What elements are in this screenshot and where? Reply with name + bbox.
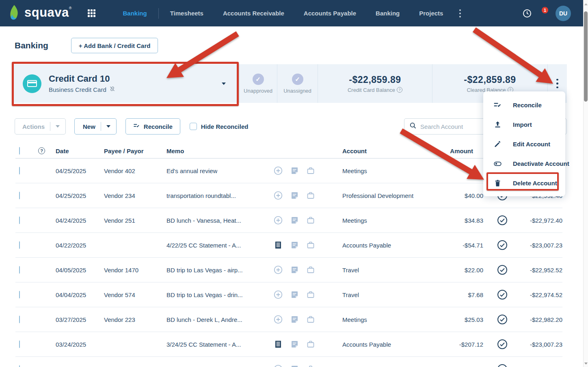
menu-item-import[interactable]: Import (483, 115, 565, 134)
plus-circle-icon[interactable] (274, 365, 283, 367)
user-avatar[interactable]: DU (556, 6, 571, 21)
row-checkbox[interactable] (19, 167, 20, 175)
reconcile-button[interactable]: Reconcile (125, 118, 180, 135)
memo-note-icon[interactable] (290, 340, 299, 349)
row-checkbox[interactable] (19, 341, 20, 348)
chevron-down-icon (222, 83, 226, 85)
hide-reconciled-label: Hide Reconciled (201, 123, 249, 130)
table-row[interactable]: 04/04/2025 Vendor 574 BD trip to Las Veg… (15, 282, 562, 307)
plus-circle-icon[interactable] (274, 216, 283, 225)
cell-account: Meetings (342, 217, 367, 224)
briefcase-icon[interactable] (306, 191, 315, 200)
clock-icon[interactable] (522, 9, 532, 18)
cleared-check-icon[interactable] (497, 289, 508, 300)
plus-circle-icon[interactable] (274, 191, 283, 200)
briefcase-icon[interactable] (306, 166, 315, 175)
menu-item-edit-account[interactable]: Edit Account (483, 134, 565, 154)
actions-button[interactable]: Actions (15, 118, 66, 135)
briefcase-icon[interactable] (306, 216, 315, 225)
memo-note-icon[interactable] (290, 216, 299, 225)
trash-icon (493, 179, 502, 187)
menu-item-deactivate-account[interactable]: Deactivate Account (483, 154, 565, 173)
cell-balance: -$22,974.52 (530, 291, 562, 298)
menu-item-label: Deactivate Account (513, 160, 569, 167)
scrollbar-thumb[interactable] (584, 11, 588, 102)
table-row[interactable]: 04/24/2025 Vendor 251 BD lunch - Vanessa… (15, 208, 562, 233)
nav-overflow-kebab-icon[interactable] (459, 9, 461, 18)
row-checkbox[interactable] (19, 266, 20, 274)
account-actions-kebab-icon[interactable] (556, 78, 558, 89)
add-bank-credit-card-button[interactable]: + Add Bank / Credit Card (71, 38, 158, 53)
table-row[interactable]: 04/25/2025 Vendor 234 transportation rou… (15, 183, 562, 208)
cell-balance: -$23,007.23 (530, 242, 562, 249)
cell-account: Meetings (342, 316, 367, 323)
briefcase-icon[interactable] (306, 340, 315, 349)
cell-date: 04/24/2025 (56, 217, 86, 224)
menu-item-delete-account[interactable]: Delete Account (483, 173, 565, 193)
row-checkbox[interactable] (19, 291, 20, 299)
briefcase-icon[interactable] (306, 365, 315, 367)
cleared-check-icon[interactable] (497, 240, 508, 250)
plus-circle-icon[interactable] (274, 315, 283, 324)
cleared-check-icon[interactable] (497, 339, 508, 350)
memo-note-icon[interactable] (290, 166, 299, 175)
account-selector[interactable]: Credit Card 10 Business Credit Card (13, 64, 239, 103)
memo-note-icon[interactable] (290, 265, 299, 274)
row-checkbox[interactable] (19, 365, 20, 367)
cell-memo: BD trip to Las Vegas - drin... (166, 291, 243, 298)
briefcase-icon[interactable] (306, 315, 315, 324)
cell-account: Professional Development (342, 192, 413, 199)
menu-item-reconcile[interactable]: Reconcile (483, 95, 565, 115)
memo-note-icon[interactable] (290, 191, 299, 200)
cleared-check-icon[interactable] (497, 215, 508, 226)
help-icon: ? (38, 147, 45, 154)
statement-icon[interactable] (274, 340, 283, 349)
nav-item-timesheets[interactable]: Timesheets (160, 10, 213, 17)
plus-circle-icon[interactable] (274, 290, 283, 299)
nav-item-projects[interactable]: Projects (409, 10, 453, 17)
cleared-check-icon[interactable] (497, 265, 508, 275)
cell-account: Accounts Payable (342, 341, 391, 348)
cleared-check-icon[interactable] (497, 364, 508, 367)
memo-note-icon[interactable] (290, 290, 299, 299)
memo-note-icon[interactable] (290, 241, 299, 250)
apps-grid-icon[interactable] (88, 9, 96, 17)
table-row[interactable] (15, 357, 562, 367)
briefcase-icon[interactable] (306, 265, 315, 274)
nav-item-accounts-payable[interactable]: Accounts Payable (294, 10, 366, 17)
table-row[interactable]: 04/05/2025 Vendor 1470 BD trip to Las Ve… (15, 258, 562, 282)
scroll-up-arrow-icon[interactable] (584, 3, 588, 5)
cell-balance: -$23,007.23 (530, 341, 562, 348)
memo-note-icon[interactable] (290, 315, 299, 324)
nav-item-banking[interactable]: Banking (366, 10, 409, 17)
actions-label: Actions (22, 123, 45, 130)
select-all-checkbox[interactable] (19, 147, 20, 154)
hide-reconciled-toggle[interactable]: Hide Reconciled (190, 123, 249, 130)
statement-icon[interactable] (274, 241, 283, 250)
nav-item-banking[interactable]: Banking (113, 10, 156, 17)
scrollbar[interactable] (583, 0, 588, 367)
hide-reconciled-checkbox[interactable] (190, 123, 197, 130)
cell-account: Travel (342, 267, 359, 274)
briefcase-icon[interactable] (306, 241, 315, 250)
plus-circle-icon[interactable] (274, 166, 283, 175)
table-row[interactable]: 03/24/2025 3/24/25 CC Statement - A... A… (15, 332, 562, 357)
row-checkbox[interactable] (19, 217, 20, 224)
reconcile-icon (493, 101, 502, 109)
table-row[interactable]: 03/27/2025 Vendor 223 BD lunch - Derek L… (15, 307, 562, 332)
plus-circle-icon[interactable] (274, 265, 283, 274)
table-row[interactable]: 04/25/2025 Vendor 402 Ed's annual review… (15, 159, 562, 183)
scroll-down-arrow-icon[interactable] (584, 363, 588, 365)
cleared-check-icon[interactable] (497, 314, 508, 325)
account-name: Credit Card 10 (49, 74, 116, 84)
row-checkbox[interactable] (19, 192, 20, 200)
table-row[interactable]: 04/22/2025 4/22/25 CC Statement - A... A… (15, 233, 562, 258)
new-button[interactable]: New (74, 118, 117, 135)
memo-note-icon[interactable] (290, 365, 299, 367)
nav-item-accounts-receivable[interactable]: Accounts Receivable (213, 10, 294, 17)
cell-memo: Ed's annual review (166, 167, 217, 174)
row-checkbox[interactable] (19, 316, 20, 324)
row-checkbox[interactable] (19, 241, 20, 249)
briefcase-icon[interactable] (306, 290, 315, 299)
brand-logo[interactable]: squava ® (7, 4, 71, 23)
